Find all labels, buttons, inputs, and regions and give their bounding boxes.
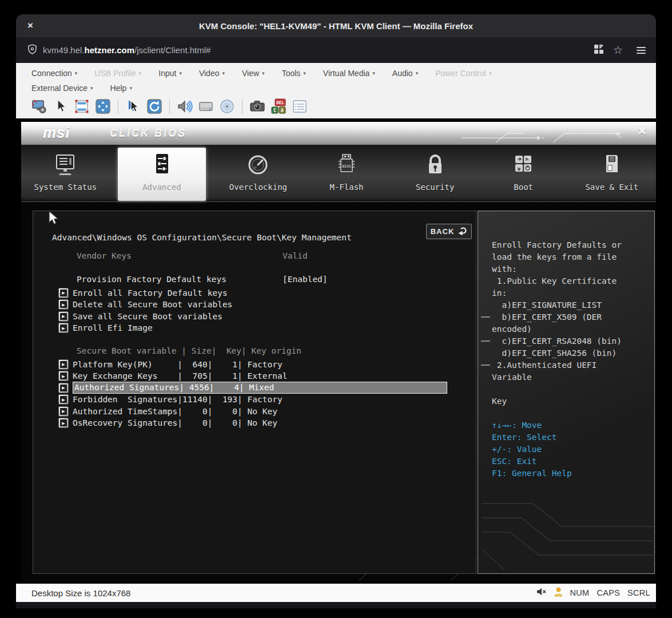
menu-video[interactable]: Video▾ (199, 69, 225, 78)
provision-keys-value[interactable]: [Enabled] (283, 275, 328, 284)
banner-circuit-decoration (462, 122, 633, 145)
user-session-icon[interactable] (554, 587, 563, 599)
menu-input[interactable]: Input▾ (158, 69, 182, 78)
provision-keys-label: Provision Factory Default keys (77, 275, 226, 284)
menu-audio[interactable]: Audio▾ (392, 69, 418, 78)
menu-hamburger-icon[interactable] (637, 45, 646, 56)
table-row-authorized-signatures[interactable]: ▶ Authorized Signatures| 4556| 4| Mixed (58, 382, 447, 394)
virtual-cd-icon[interactable] (219, 98, 235, 114)
url-bar[interactable]: kvm49.hel.hetzner.com/jsclient/Client.ht… (16, 37, 656, 63)
toolbar: DELCA (16, 94, 656, 118)
bios-close-icon[interactable]: ✕ (637, 124, 647, 138)
toolbar-separator (169, 99, 170, 114)
hint-move: ↑↓→←: Move (492, 419, 622, 431)
pointer-icon[interactable] (53, 98, 69, 114)
mouse-mode-icon[interactable] (125, 98, 141, 114)
action-enroll-factory-keys[interactable]: ▶ Enroll all Factory Default keys (58, 287, 228, 299)
vendor-keys-value: Valid (283, 251, 308, 260)
expand-arrow-icon[interactable]: ▶ (58, 371, 69, 381)
breadcrumb: Advanced\Windows OS Configuration\Secure… (52, 233, 352, 242)
tab-label: Boot (514, 183, 533, 192)
expand-arrow-icon[interactable]: ▶ (58, 418, 69, 428)
security-icon (422, 153, 448, 179)
back-return-icon (458, 227, 467, 236)
expand-arrow-icon[interactable]: ▶ (58, 323, 69, 333)
menu-tools[interactable]: Tools▾ (282, 69, 306, 78)
hint-value: +/-: Value (492, 443, 622, 455)
notes-icon[interactable] (292, 98, 308, 114)
save-exit-icon (599, 153, 625, 179)
table-row-authorized-timestamps[interactable]: ▶ Authorized TimeStamps| 0| 0| No Key (58, 405, 277, 417)
extensions-icon[interactable] (594, 44, 604, 57)
boot-icon (510, 153, 536, 179)
table-row-key-exchange[interactable]: ▶ Key Exchange Keys | 705| 1| External (58, 370, 287, 382)
expand-arrow-icon[interactable]: ▶ (58, 288, 69, 298)
num-lock-indicator: NUM (570, 588, 590, 597)
virtual-drive-icon[interactable] (198, 98, 214, 114)
mouse-cursor (47, 211, 60, 227)
expand-arrow-icon[interactable]: ▶ (58, 394, 69, 405)
screenshot-icon[interactable] (249, 98, 265, 114)
action-save-variables[interactable]: ▶ Save all Secure Boot variables (58, 310, 222, 322)
bios-tabbar: System Status Advanced Overclocking (21, 145, 656, 202)
shield-icon[interactable] (27, 44, 37, 57)
refresh-icon[interactable] (146, 98, 162, 114)
display-settings-icon[interactable] (31, 98, 47, 114)
tab-system-status[interactable]: System Status (21, 145, 110, 201)
overclocking-icon (245, 153, 271, 179)
bios-banner: msi CLICK BIOS ✕ (21, 122, 656, 145)
menu-power-control: Power Control▾ (435, 69, 491, 78)
table-row-forbidden-signatures[interactable]: ▶ Forbidden Signatures|11140| 193| Facto… (58, 394, 283, 406)
menu-help[interactable]: Help▾ (110, 84, 132, 93)
back-label: BACK (431, 227, 455, 236)
expand-arrow-icon[interactable]: ▶ (58, 311, 69, 322)
tab-m-flash[interactable]: BIOS M-Flash (303, 145, 391, 201)
status-bar: Desktop Size is 1024x768 NUM CAPS SCRL (16, 584, 656, 602)
help-tick-mark (481, 316, 490, 318)
help-tick-mark (481, 365, 490, 366)
menu-connection[interactable]: Connection▾ (31, 69, 77, 78)
window-close-button[interactable]: × (24, 19, 37, 32)
expand-arrow-icon[interactable]: ▶ (58, 406, 69, 417)
toolbar-separator (118, 99, 118, 114)
tab-save-exit[interactable]: Save & Exit (567, 145, 656, 201)
svg-text:DEL: DEL (276, 100, 284, 105)
advanced-icon (149, 153, 175, 179)
hint-exit: ESC: Exit (492, 455, 622, 468)
kvm-viewport[interactable]: msi CLICK BIOS ✕ System Status Advan (16, 118, 656, 584)
back-button[interactable]: BACK (426, 224, 472, 239)
bios-main-panel: BACK Advanced\Windows OS Configuration\S… (33, 211, 476, 574)
action-enroll-efi-image[interactable]: ▶ Enroll Efi Image (58, 322, 153, 334)
tab-boot[interactable]: Boot (479, 145, 568, 201)
action-delete-variables[interactable]: ▶ Delete all Secure Boot variables (58, 299, 232, 311)
tab-overclocking[interactable]: Overclocking (214, 145, 303, 201)
expand-arrow-icon[interactable]: ▶ (58, 299, 69, 310)
tab-label: Security (416, 183, 454, 192)
tab-security[interactable]: Security (391, 145, 479, 201)
vendor-keys-label: Vendor Keys (77, 251, 132, 260)
svg-text:A: A (281, 108, 284, 113)
select-region-icon[interactable] (74, 98, 90, 114)
titlebar: × KVM Console: "HEL1-KVM49" - HTML KVM C… (16, 14, 656, 37)
tab-label: Overclocking (229, 183, 287, 192)
ctrl-alt-del-icon[interactable]: DELCA (271, 98, 287, 114)
click-bios-wordmark: CLICK BIOS (110, 128, 186, 140)
fullscreen-icon[interactable] (95, 98, 111, 114)
bios-help-panel: Enroll Factory Defaults or load the keys… (478, 211, 655, 574)
menu-bar: Connection▾ USB Profile▾ Input▾ Video▾ V… (16, 63, 656, 94)
menu-external-device[interactable]: External Device▾ (31, 84, 93, 93)
url-text[interactable]: kvm49.hel.hetzner.com/jsclient/Client.ht… (43, 45, 594, 55)
menu-virtual-media[interactable]: Virtual Media▾ (323, 69, 375, 78)
expand-arrow-icon[interactable]: ▶ (58, 383, 69, 393)
m-flash-icon: BIOS (333, 153, 360, 179)
toolbar-separator (242, 99, 242, 114)
expand-arrow-icon[interactable]: ▶ (58, 359, 69, 370)
bios-screen: msi CLICK BIOS ✕ System Status Advan (21, 122, 656, 581)
audio-muted-icon[interactable] (536, 587, 547, 599)
menu-view[interactable]: View▾ (242, 69, 265, 78)
table-row-platform-key[interactable]: ▶ Platform Key(PK) | 640| 1| Factory (58, 358, 283, 370)
table-row-osrecovery-signatures[interactable]: ▶ OsRecovery Signatures| 0| 0| No Key (58, 417, 277, 429)
audio-icon[interactable] (177, 98, 193, 114)
tab-advanced[interactable]: Advanced (118, 148, 206, 201)
bookmark-star-icon[interactable]: ☆ (613, 43, 623, 57)
